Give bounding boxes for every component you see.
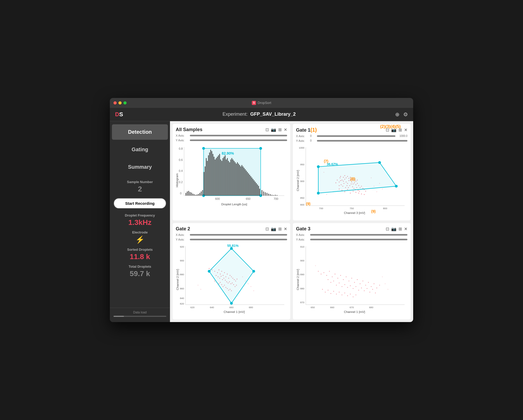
svg-rect-32	[206, 158, 207, 196]
settings-button[interactable]: ⚙	[403, 111, 408, 118]
gate2-x-axis-row: X Axis:	[176, 233, 287, 236]
svg-point-249	[208, 270, 211, 273]
scatter-gate1-chart-area: 1000 950 900 850 800 700 750 800 Channel…	[296, 144, 407, 217]
expand-icon-gate3[interactable]: ⊞	[399, 226, 402, 231]
minimize-button[interactable]	[118, 101, 122, 104]
svg-point-307	[322, 289, 323, 290]
add-button[interactable]: ⊕	[395, 111, 400, 118]
svg-rect-76	[255, 182, 255, 195]
panel-gate2: Gate 2 ⊡ 📷 ⊞ ✕ X Axis: Y Axis:	[173, 223, 290, 320]
gate1-y-slider[interactable]	[317, 140, 407, 142]
gate3-x-slider[interactable]	[310, 234, 407, 236]
app-logo: DS	[115, 111, 123, 118]
gate2-x-slider[interactable]	[190, 234, 287, 236]
svg-point-298	[353, 288, 354, 289]
svg-rect-71	[249, 175, 250, 196]
svg-rect-64	[241, 165, 242, 195]
svg-marker-171	[318, 162, 396, 193]
content-wrapper: Detection Gating Summary Sample Number 2…	[110, 121, 413, 322]
camera-icon[interactable]: 📷	[271, 127, 276, 132]
camera-icon-gate2[interactable]: 📷	[271, 226, 276, 231]
svg-text:870: 870	[300, 301, 304, 304]
close-icon[interactable]: ✕	[284, 127, 287, 132]
data-load-section: Data load	[110, 308, 170, 319]
svg-text:(9): (9)	[306, 202, 310, 206]
svg-text:0.6: 0.6	[179, 158, 183, 161]
svg-rect-67	[245, 169, 246, 195]
svg-rect-30	[204, 172, 204, 196]
svg-point-289	[328, 279, 328, 280]
header-actions: ⊕ ⚙	[395, 111, 408, 118]
droplet-frequency-value: 1.3kHz	[113, 218, 166, 227]
gate2-y-slider[interactable]	[190, 239, 287, 240]
electrode-label: Electrode	[113, 230, 166, 234]
svg-point-15	[202, 147, 205, 150]
crosshair-icon[interactable]: ⊡	[265, 127, 269, 132]
close-icon-gate2[interactable]: ✕	[284, 226, 287, 231]
close-icon-gate3[interactable]: ✕	[404, 226, 407, 231]
gate1-y-axis-row: Y Axis: 0	[296, 139, 407, 142]
svg-rect-29	[202, 190, 203, 195]
svg-rect-53	[229, 162, 230, 196]
x-axis-slider[interactable]	[190, 135, 287, 136]
svg-text:0.2: 0.2	[179, 180, 183, 184]
gate3-y-axis-row: Y Axis:	[296, 238, 407, 241]
svg-text:640: 640	[210, 306, 214, 309]
svg-point-275	[343, 279, 344, 280]
gate1-x-slider[interactable]	[317, 135, 395, 137]
svg-rect-19	[188, 191, 189, 196]
svg-point-285	[371, 286, 372, 287]
gate3-y-slider[interactable]	[310, 239, 407, 240]
svg-text:900: 900	[300, 259, 304, 262]
nav-detection[interactable]: Detection	[112, 124, 168, 140]
camera-icon-gate3[interactable]: 📷	[391, 226, 396, 231]
expand-icon-gate2[interactable]: ⊞	[278, 226, 282, 231]
crosshair-icon-gate2[interactable]: ⊡	[265, 226, 269, 231]
svg-point-244	[248, 283, 248, 284]
svg-point-297	[350, 285, 351, 286]
svg-text:840: 840	[180, 296, 184, 299]
svg-point-311	[333, 291, 334, 291]
logo-d: D	[115, 111, 119, 118]
svg-rect-39	[214, 157, 214, 196]
svg-point-321	[382, 276, 383, 277]
gate2-y-label: Y Axis:	[176, 238, 188, 241]
panel-gate2-title: Gate 2	[176, 226, 190, 232]
expand-icon[interactable]: ⊞	[278, 127, 282, 132]
total-droplets-value: 59.7 k	[113, 270, 166, 278]
svg-rect-28	[201, 191, 202, 196]
svg-rect-22	[192, 194, 193, 195]
gate3-x-label: X Axis:	[296, 233, 309, 236]
svg-text:900: 900	[300, 179, 304, 182]
x-axis-label: X Axis:	[176, 134, 188, 137]
crosshair-icon-gate3[interactable]: ⊡	[386, 226, 389, 231]
nav-summary[interactable]: Summary	[112, 159, 168, 175]
svg-point-284	[368, 282, 369, 283]
nav-gating[interactable]: Gating	[112, 142, 168, 157]
svg-point-281	[360, 283, 360, 284]
svg-rect-45	[220, 159, 221, 195]
svg-marker-247	[209, 248, 254, 303]
svg-point-288	[379, 285, 380, 285]
svg-text:880: 880	[300, 287, 304, 290]
y-axis-slider[interactable]	[190, 139, 287, 141]
svg-point-300	[358, 290, 359, 290]
svg-text:Channel 1 [mV]: Channel 1 [mV]	[344, 310, 365, 313]
svg-point-136	[358, 190, 359, 191]
close-button[interactable]	[113, 101, 117, 104]
close-icon-gate1[interactable]: ✕	[404, 127, 407, 132]
svg-point-306	[375, 292, 376, 293]
svg-text:Histogram: Histogram	[176, 173, 179, 187]
svg-text:Channel 2 [mV]: Channel 2 [mV]	[296, 269, 299, 290]
svg-rect-33	[207, 161, 208, 196]
panel-gate3-title: Gate 3	[296, 226, 310, 232]
svg-point-272	[335, 273, 336, 274]
maximize-button[interactable]	[123, 101, 127, 104]
start-recording-button[interactable]: Start Recording	[113, 198, 166, 209]
total-droplets-block: Total Droplets 59.7 k	[113, 265, 166, 278]
svg-point-315	[344, 292, 345, 293]
panel-gate2-actions: ⊡ 📷 ⊞ ✕	[265, 226, 287, 231]
gate1-x-left: 0	[310, 135, 315, 137]
svg-point-299	[355, 286, 356, 287]
svg-point-123	[365, 191, 366, 191]
